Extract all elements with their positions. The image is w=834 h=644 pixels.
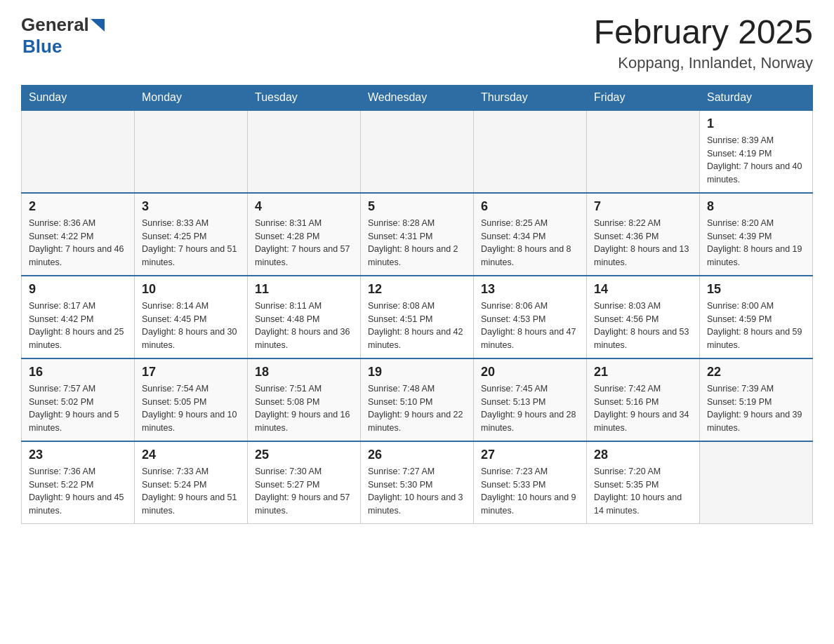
calendar-cell <box>135 110 248 193</box>
day-number: 12 <box>368 282 466 297</box>
month-title: February 2025 <box>594 14 813 51</box>
calendar-week-row: 16Sunrise: 7:57 AM Sunset: 5:02 PM Dayli… <box>22 358 813 441</box>
day-number: 13 <box>481 282 579 297</box>
calendar-cell: 2Sunrise: 8:36 AM Sunset: 4:22 PM Daylig… <box>22 193 135 276</box>
day-info: Sunrise: 8:20 AM Sunset: 4:39 PM Dayligh… <box>707 217 805 269</box>
calendar-cell: 5Sunrise: 8:28 AM Sunset: 4:31 PM Daylig… <box>361 193 474 276</box>
calendar-header-row: SundayMondayTuesdayWednesdayThursdayFrid… <box>22 85 813 110</box>
day-info: Sunrise: 8:14 AM Sunset: 4:45 PM Dayligh… <box>142 300 240 352</box>
day-of-week-header: Sunday <box>22 85 135 110</box>
calendar-cell: 14Sunrise: 8:03 AM Sunset: 4:56 PM Dayli… <box>587 276 700 358</box>
day-info: Sunrise: 7:23 AM Sunset: 5:33 PM Dayligh… <box>481 465 579 518</box>
calendar-cell: 28Sunrise: 7:20 AM Sunset: 5:35 PM Dayli… <box>587 441 700 524</box>
day-info: Sunrise: 7:36 AM Sunset: 5:22 PM Dayligh… <box>29 465 127 518</box>
day-number: 20 <box>481 365 579 380</box>
day-number: 18 <box>255 365 353 380</box>
day-number: 19 <box>368 365 466 380</box>
day-number: 17 <box>142 365 240 380</box>
day-number: 1 <box>707 116 805 131</box>
calendar-cell: 20Sunrise: 7:45 AM Sunset: 5:13 PM Dayli… <box>474 358 587 441</box>
day-info: Sunrise: 7:51 AM Sunset: 5:08 PM Dayligh… <box>255 382 353 435</box>
day-number: 26 <box>368 448 466 462</box>
day-info: Sunrise: 8:36 AM Sunset: 4:22 PM Dayligh… <box>29 217 127 269</box>
day-info: Sunrise: 8:33 AM Sunset: 4:25 PM Dayligh… <box>142 217 240 269</box>
day-of-week-header: Monday <box>135 85 248 110</box>
calendar-cell: 26Sunrise: 7:27 AM Sunset: 5:30 PM Dayli… <box>361 441 474 524</box>
day-info: Sunrise: 7:57 AM Sunset: 5:02 PM Dayligh… <box>29 382 127 435</box>
logo-text-blue: Blue <box>22 36 62 57</box>
calendar-cell: 13Sunrise: 8:06 AM Sunset: 4:53 PM Dayli… <box>474 276 587 358</box>
day-number: 7 <box>594 199 692 214</box>
calendar-cell: 1Sunrise: 8:39 AM Sunset: 4:19 PM Daylig… <box>700 110 813 193</box>
day-number: 4 <box>255 199 353 214</box>
logo: General Blue <box>21 14 105 58</box>
day-info: Sunrise: 8:22 AM Sunset: 4:36 PM Dayligh… <box>594 217 692 269</box>
calendar-cell: 27Sunrise: 7:23 AM Sunset: 5:33 PM Dayli… <box>474 441 587 524</box>
day-number: 23 <box>29 448 127 462</box>
day-of-week-header: Tuesday <box>248 85 361 110</box>
day-number: 11 <box>255 282 353 297</box>
day-of-week-header: Saturday <box>700 85 813 110</box>
day-number: 5 <box>368 199 466 214</box>
calendar-cell: 21Sunrise: 7:42 AM Sunset: 5:16 PM Dayli… <box>587 358 700 441</box>
calendar-cell: 4Sunrise: 8:31 AM Sunset: 4:28 PM Daylig… <box>248 193 361 276</box>
day-info: Sunrise: 8:11 AM Sunset: 4:48 PM Dayligh… <box>255 300 353 352</box>
day-info: Sunrise: 7:48 AM Sunset: 5:10 PM Dayligh… <box>368 382 466 435</box>
calendar-cell: 15Sunrise: 8:00 AM Sunset: 4:59 PM Dayli… <box>700 276 813 358</box>
calendar-week-row: 1Sunrise: 8:39 AM Sunset: 4:19 PM Daylig… <box>22 110 813 193</box>
day-info: Sunrise: 7:30 AM Sunset: 5:27 PM Dayligh… <box>255 465 353 518</box>
calendar-week-row: 9Sunrise: 8:17 AM Sunset: 4:42 PM Daylig… <box>22 276 813 358</box>
day-number: 14 <box>594 282 692 297</box>
day-number: 9 <box>29 282 127 297</box>
day-info: Sunrise: 7:39 AM Sunset: 5:19 PM Dayligh… <box>707 382 805 435</box>
day-number: 27 <box>481 448 579 462</box>
day-info: Sunrise: 7:45 AM Sunset: 5:13 PM Dayligh… <box>481 382 579 435</box>
calendar-cell: 11Sunrise: 8:11 AM Sunset: 4:48 PM Dayli… <box>248 276 361 358</box>
day-info: Sunrise: 8:00 AM Sunset: 4:59 PM Dayligh… <box>707 300 805 352</box>
calendar-cell: 8Sunrise: 8:20 AM Sunset: 4:39 PM Daylig… <box>700 193 813 276</box>
day-info: Sunrise: 7:42 AM Sunset: 5:16 PM Dayligh… <box>594 382 692 435</box>
day-info: Sunrise: 7:33 AM Sunset: 5:24 PM Dayligh… <box>142 465 240 518</box>
calendar-table: SundayMondayTuesdayWednesdayThursdayFrid… <box>21 85 813 524</box>
calendar-cell: 17Sunrise: 7:54 AM Sunset: 5:05 PM Dayli… <box>135 358 248 441</box>
calendar-cell: 7Sunrise: 8:22 AM Sunset: 4:36 PM Daylig… <box>587 193 700 276</box>
calendar-cell <box>700 441 813 524</box>
day-number: 10 <box>142 282 240 297</box>
day-info: Sunrise: 8:39 AM Sunset: 4:19 PM Dayligh… <box>707 134 805 187</box>
calendar-cell: 22Sunrise: 7:39 AM Sunset: 5:19 PM Dayli… <box>700 358 813 441</box>
calendar-week-row: 23Sunrise: 7:36 AM Sunset: 5:22 PM Dayli… <box>22 441 813 524</box>
calendar-cell: 6Sunrise: 8:25 AM Sunset: 4:34 PM Daylig… <box>474 193 587 276</box>
calendar-cell: 10Sunrise: 8:14 AM Sunset: 4:45 PM Dayli… <box>135 276 248 358</box>
day-number: 6 <box>481 199 579 214</box>
day-info: Sunrise: 8:28 AM Sunset: 4:31 PM Dayligh… <box>368 217 466 269</box>
title-section: February 2025 Koppang, Innlandet, Norway <box>594 14 813 72</box>
day-of-week-header: Friday <box>587 85 700 110</box>
day-info: Sunrise: 8:17 AM Sunset: 4:42 PM Dayligh… <box>29 300 127 352</box>
day-number: 22 <box>707 365 805 380</box>
calendar-cell: 3Sunrise: 8:33 AM Sunset: 4:25 PM Daylig… <box>135 193 248 276</box>
svg-marker-0 <box>91 19 105 32</box>
calendar-cell: 24Sunrise: 7:33 AM Sunset: 5:24 PM Dayli… <box>135 441 248 524</box>
calendar-cell: 9Sunrise: 8:17 AM Sunset: 4:42 PM Daylig… <box>22 276 135 358</box>
logo-text-general: General <box>21 14 89 36</box>
calendar-cell: 16Sunrise: 7:57 AM Sunset: 5:02 PM Dayli… <box>22 358 135 441</box>
day-number: 15 <box>707 282 805 297</box>
calendar-cell: 23Sunrise: 7:36 AM Sunset: 5:22 PM Dayli… <box>22 441 135 524</box>
location: Koppang, Innlandet, Norway <box>594 54 813 72</box>
day-number: 25 <box>255 448 353 462</box>
day-number: 8 <box>707 199 805 214</box>
logo-arrow-icon <box>91 19 105 32</box>
day-of-week-header: Thursday <box>474 85 587 110</box>
day-number: 3 <box>142 199 240 214</box>
calendar-cell: 18Sunrise: 7:51 AM Sunset: 5:08 PM Dayli… <box>248 358 361 441</box>
calendar-cell: 12Sunrise: 8:08 AM Sunset: 4:51 PM Dayli… <box>361 276 474 358</box>
day-info: Sunrise: 7:27 AM Sunset: 5:30 PM Dayligh… <box>368 465 466 518</box>
calendar-cell: 19Sunrise: 7:48 AM Sunset: 5:10 PM Dayli… <box>361 358 474 441</box>
day-info: Sunrise: 8:31 AM Sunset: 4:28 PM Dayligh… <box>255 217 353 269</box>
calendar-cell <box>587 110 700 193</box>
day-number: 21 <box>594 365 692 380</box>
day-number: 2 <box>29 199 127 214</box>
day-info: Sunrise: 8:06 AM Sunset: 4:53 PM Dayligh… <box>481 300 579 352</box>
day-number: 16 <box>29 365 127 380</box>
day-number: 28 <box>594 448 692 462</box>
